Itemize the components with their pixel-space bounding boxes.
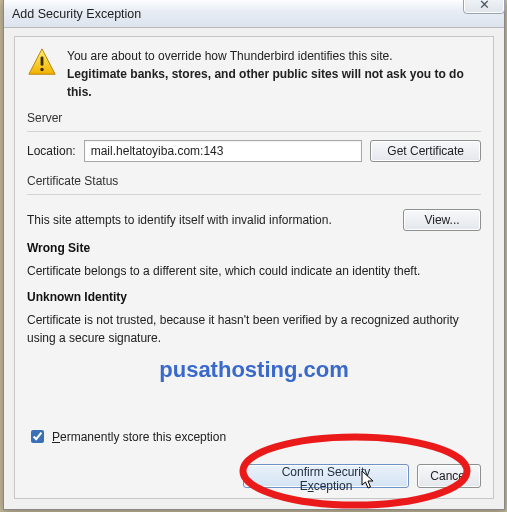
divider: [27, 194, 481, 195]
get-certificate-button[interactable]: Get Certificate: [370, 140, 481, 162]
view-button[interactable]: View...: [403, 209, 481, 231]
warning-line-2: Legitimate banks, stores, and other publ…: [67, 65, 481, 101]
close-icon: ✕: [479, 0, 490, 12]
location-input[interactable]: [84, 140, 363, 162]
svg-point-2: [40, 68, 43, 71]
status-text: This site attempts to identify itself wi…: [27, 213, 332, 227]
warning-icon: [27, 47, 57, 80]
cert-status-label: Certificate Status: [27, 174, 481, 188]
watermark-text: pusathosting.com: [15, 357, 493, 383]
unknown-identity-heading: Unknown Identity: [27, 290, 481, 304]
window-title: Add Security Exception: [12, 7, 141, 21]
warning-text: You are about to override how Thunderbir…: [67, 47, 481, 101]
server-section-label: Server: [27, 111, 481, 125]
dialog-body: You are about to override how Thunderbir…: [14, 36, 494, 499]
wrong-site-text: Certificate belongs to a different site,…: [27, 263, 481, 280]
warning-row: You are about to override how Thunderbir…: [27, 47, 481, 101]
location-row: Location: Get Certificate: [27, 140, 481, 162]
titlebar: Add Security Exception ✕: [4, 0, 504, 28]
status-row: This site attempts to identify itself wi…: [27, 209, 481, 231]
wrong-site-heading: Wrong Site: [27, 241, 481, 255]
permanent-store-checkbox-row[interactable]: Permanently store this exception: [27, 427, 226, 446]
permanent-store-label: Permanently store this exception: [52, 430, 226, 444]
svg-rect-1: [41, 56, 44, 65]
confirm-security-exception-button[interactable]: Confirm Security Exception: [243, 464, 409, 488]
warning-line-1: You are about to override how Thunderbir…: [67, 47, 481, 65]
close-button[interactable]: ✕: [463, 0, 505, 14]
divider: [27, 131, 481, 132]
permanent-store-checkbox[interactable]: [31, 430, 44, 443]
security-exception-dialog: Add Security Exception ✕: [3, 0, 505, 510]
location-label: Location:: [27, 144, 76, 158]
dialog-footer: Confirm Security Exception Cancel: [243, 464, 481, 488]
unknown-identity-text: Certificate is not trusted, because it h…: [27, 312, 481, 347]
cancel-button[interactable]: Cancel: [417, 464, 481, 488]
